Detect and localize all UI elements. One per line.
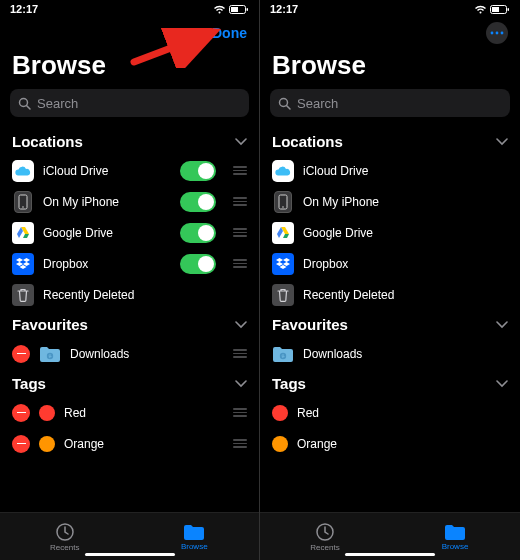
svg-line-17: [287, 105, 291, 109]
section-favourites[interactable]: Favourites: [260, 310, 520, 338]
reorder-handle[interactable]: [231, 259, 249, 268]
svg-line-4: [27, 105, 31, 109]
status-time: 12:17: [10, 3, 38, 15]
nav-bar: [260, 18, 520, 48]
battery-icon: [490, 5, 510, 14]
favourite-name: Downloads: [303, 347, 510, 361]
location-name: Recently Deleted: [303, 288, 510, 302]
tag-row-red[interactable]: Red: [260, 397, 520, 428]
folder-icon: [39, 345, 61, 363]
location-name: On My iPhone: [303, 195, 510, 209]
status-time: 12:17: [270, 3, 298, 15]
location-name: Dropbox: [43, 257, 171, 271]
chevron-down-icon: [496, 380, 508, 388]
tab-label: Browse: [181, 542, 208, 551]
page-title: Browse: [260, 48, 520, 89]
search-icon: [278, 97, 291, 110]
tag-name: Red: [64, 406, 216, 420]
reorder-handle[interactable]: [231, 439, 249, 448]
chevron-down-icon: [235, 321, 247, 329]
toggle-switch[interactable]: [180, 223, 216, 243]
home-indicator[interactable]: [345, 553, 435, 557]
reorder-handle[interactable]: [231, 166, 249, 175]
section-label: Tags: [12, 375, 46, 392]
favourite-row-downloads[interactable]: Downloads: [0, 338, 259, 369]
tag-row-orange[interactable]: Orange: [0, 428, 259, 459]
location-name: On My iPhone: [43, 195, 171, 209]
section-locations[interactable]: Locations: [0, 127, 259, 155]
reorder-handle[interactable]: [231, 228, 249, 237]
clock-icon: [315, 522, 335, 542]
chevron-down-icon: [496, 321, 508, 329]
location-row-gdrive[interactable]: Google Drive: [260, 217, 520, 248]
location-row-dropbox[interactable]: Dropbox: [0, 248, 259, 279]
location-name: Google Drive: [303, 226, 510, 240]
svg-point-13: [491, 32, 494, 35]
location-row-onmyiphone[interactable]: On My iPhone: [260, 186, 520, 217]
tag-name: Orange: [64, 437, 216, 451]
svg-point-19: [282, 206, 284, 208]
section-locations[interactable]: Locations: [260, 127, 520, 155]
reorder-handle[interactable]: [231, 197, 249, 206]
section-label: Locations: [12, 133, 83, 150]
dropbox-icon: [272, 253, 294, 275]
location-row-dropbox[interactable]: Dropbox: [260, 248, 520, 279]
more-button[interactable]: [486, 22, 508, 44]
reorder-handle[interactable]: [231, 408, 249, 417]
favourite-name: Downloads: [70, 347, 216, 361]
remove-button[interactable]: [12, 435, 30, 453]
trash-icon: [272, 284, 294, 306]
remove-button[interactable]: [12, 345, 30, 363]
svg-rect-12: [508, 8, 510, 11]
tag-row-orange[interactable]: Orange: [260, 428, 520, 459]
favourite-row-downloads[interactable]: Downloads: [260, 338, 520, 369]
trash-icon: [12, 284, 34, 306]
chevron-down-icon: [235, 138, 247, 146]
chevron-down-icon: [235, 380, 247, 388]
section-tags[interactable]: Tags: [260, 369, 520, 397]
icloud-icon: [272, 160, 294, 182]
toggle-switch[interactable]: [180, 161, 216, 181]
dropbox-icon: [12, 253, 34, 275]
section-label: Locations: [272, 133, 343, 150]
reorder-handle[interactable]: [231, 349, 249, 358]
search-field[interactable]: Search: [10, 89, 249, 117]
done-button[interactable]: Done: [212, 25, 247, 41]
search-icon: [18, 97, 31, 110]
location-row-onmyiphone[interactable]: On My iPhone: [0, 186, 259, 217]
content-scroll[interactable]: Locations iCloud Drive On My iPhone Goog…: [0, 127, 259, 560]
location-row-trash[interactable]: Recently Deleted: [260, 279, 520, 310]
wifi-icon: [213, 5, 226, 14]
svg-point-14: [496, 32, 499, 35]
tab-label: Recents: [310, 543, 339, 552]
toggle-switch[interactable]: [180, 254, 216, 274]
status-bar: 12:17: [260, 0, 520, 18]
toggle-switch[interactable]: [180, 192, 216, 212]
content-scroll[interactable]: Locations iCloud Drive On My iPhone Goog…: [260, 127, 520, 560]
section-label: Favourites: [272, 316, 348, 333]
location-row-icloud[interactable]: iCloud Drive: [0, 155, 259, 186]
battery-icon: [229, 5, 249, 14]
location-name: iCloud Drive: [43, 164, 171, 178]
tab-label: Recents: [50, 543, 79, 552]
search-field[interactable]: Search: [270, 89, 510, 117]
clock-icon: [55, 522, 75, 542]
chevron-down-icon: [496, 138, 508, 146]
home-indicator[interactable]: [85, 553, 175, 557]
location-name: Recently Deleted: [43, 288, 249, 302]
iphone-icon: [14, 191, 32, 213]
tag-dot-icon: [39, 436, 55, 452]
svg-rect-2: [247, 8, 249, 11]
section-favourites[interactable]: Favourites: [0, 310, 259, 338]
location-row-icloud[interactable]: iCloud Drive: [260, 155, 520, 186]
location-row-trash[interactable]: Recently Deleted: [0, 279, 259, 310]
location-row-gdrive[interactable]: Google Drive: [0, 217, 259, 248]
tag-dot-icon: [272, 405, 288, 421]
tag-row-red[interactable]: Red: [0, 397, 259, 428]
google-drive-icon: [272, 222, 294, 244]
remove-button[interactable]: [12, 404, 30, 422]
search-placeholder: Search: [37, 96, 78, 111]
tag-name: Red: [297, 406, 510, 420]
section-tags[interactable]: Tags: [0, 369, 259, 397]
svg-point-15: [501, 32, 504, 35]
